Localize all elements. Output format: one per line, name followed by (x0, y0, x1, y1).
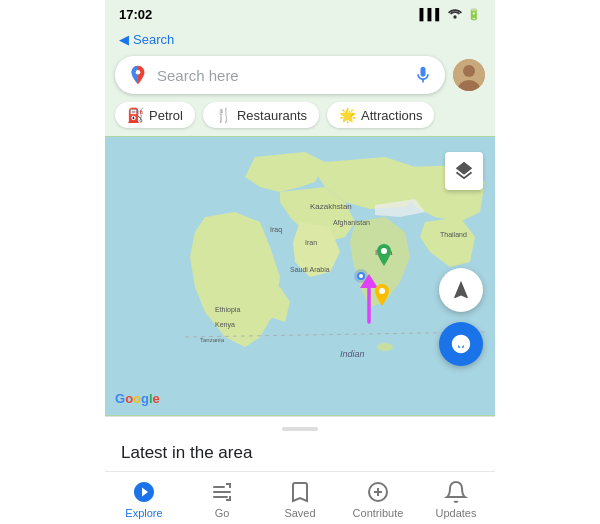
wifi-icon (447, 7, 463, 21)
updates-icon (444, 480, 468, 504)
destination-pin (373, 284, 391, 310)
chip-petrol-label: Petrol (149, 108, 183, 123)
status-bar: 17:02 ▌▌▌ 🔋 (105, 0, 495, 28)
map-area[interactable]: Kazakhstan Afghanistan China Iran Iraq T… (105, 136, 495, 416)
signal-icon: ▌▌▌ (420, 8, 443, 20)
bottom-nav: Explore Go Saved Contribute (105, 471, 495, 524)
search-bar-container: Search here (105, 50, 495, 102)
chip-petrol[interactable]: ⛽ Petrol (115, 102, 195, 128)
svg-rect-28 (213, 491, 231, 493)
status-icons: ▌▌▌ 🔋 (420, 7, 481, 21)
chip-attractions[interactable]: 🌟 Attractions (327, 102, 434, 128)
filter-chips: ⛽ Petrol 🍴 Restaurants 🌟 Attractions (105, 102, 495, 136)
chip-restaurants[interactable]: 🍴 Restaurants (203, 102, 319, 128)
svg-point-0 (453, 15, 456, 18)
phone-container: 17:02 ▌▌▌ 🔋 ◀ Search Sear (105, 0, 495, 524)
nav-contribute[interactable]: Contribute (351, 480, 406, 519)
bottom-panel: Latest in the area (105, 416, 495, 471)
search-placeholder: Search here (157, 67, 405, 84)
svg-text:Indian: Indian (340, 349, 365, 359)
svg-text:Ethiopia: Ethiopia (215, 306, 240, 314)
back-label: Search (133, 32, 174, 47)
saved-icon (288, 480, 312, 504)
go-icon (210, 480, 234, 504)
nav-go[interactable]: Go (195, 480, 250, 519)
svg-point-1 (136, 70, 141, 75)
panel-title: Latest in the area (121, 439, 479, 467)
svg-text:Saudi Arabia: Saudi Arabia (290, 266, 330, 273)
svg-text:Kenya: Kenya (215, 321, 235, 329)
back-arrow-icon: ◀ (119, 32, 129, 47)
nav-updates[interactable]: Updates (429, 480, 484, 519)
explore-label: Explore (125, 507, 162, 519)
svg-text:Iraq: Iraq (270, 226, 282, 234)
petrol-icon: ⛽ (127, 107, 144, 123)
chip-restaurants-label: Restaurants (237, 108, 307, 123)
go-label: Go (215, 507, 230, 519)
green-pin (375, 244, 393, 270)
google-logo: Google (115, 391, 160, 406)
contribute-icon (366, 480, 390, 504)
svg-point-3 (463, 65, 475, 77)
svg-point-26 (379, 288, 385, 294)
explore-icon (132, 480, 156, 504)
svg-text:Kazakhstan: Kazakhstan (310, 202, 352, 211)
layers-button[interactable] (445, 152, 483, 190)
attractions-icon: 🌟 (339, 107, 356, 123)
svg-text:Thailand: Thailand (440, 231, 467, 238)
search-bar[interactable]: Search here (115, 56, 445, 94)
chip-attractions-label: Attractions (361, 108, 422, 123)
svg-rect-30 (213, 496, 228, 498)
svg-point-6 (377, 343, 393, 351)
navigate-button[interactable] (439, 268, 483, 312)
updates-label: Updates (436, 507, 477, 519)
drag-handle (282, 427, 318, 431)
battery-icon: 🔋 (467, 8, 481, 21)
nearby-button[interactable] (439, 322, 483, 366)
user-avatar[interactable] (453, 59, 485, 91)
google-maps-icon (127, 64, 149, 86)
mic-icon[interactable] (413, 65, 433, 85)
back-bar[interactable]: ◀ Search (105, 28, 495, 50)
map-background: Kazakhstan Afghanistan China Iran Iraq T… (105, 136, 495, 416)
svg-point-20 (381, 248, 387, 254)
restaurant-icon: 🍴 (215, 107, 232, 123)
svg-text:Tanzania: Tanzania (200, 337, 225, 343)
nav-saved[interactable]: Saved (273, 480, 328, 519)
map-controls (439, 268, 483, 366)
status-time: 17:02 (119, 7, 152, 22)
svg-rect-29 (213, 486, 225, 488)
contribute-label: Contribute (353, 507, 404, 519)
svg-text:Iran: Iran (305, 239, 317, 246)
svg-text:Afghanistan: Afghanistan (333, 219, 370, 227)
saved-label: Saved (284, 507, 315, 519)
nav-explore[interactable]: Explore (117, 480, 172, 519)
